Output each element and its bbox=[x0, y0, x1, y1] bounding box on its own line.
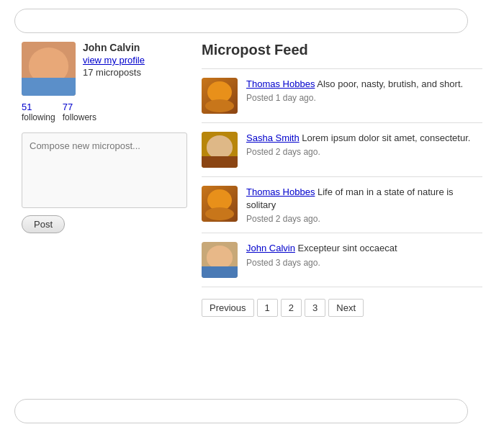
feed-author-2[interactable]: Sasha Smith bbox=[246, 132, 300, 143]
next-page-button[interactable]: Next bbox=[328, 299, 364, 317]
micropost-count: 17 microposts bbox=[83, 67, 145, 78]
feed-content-2: Sasha Smith Lorem ipsum dolor sit amet, … bbox=[246, 132, 482, 157]
feed-avatar-john bbox=[202, 242, 238, 278]
top-nav-pill[interactable] bbox=[14, 9, 468, 33]
user-name: John Calvin bbox=[83, 42, 145, 53]
feed-author-4[interactable]: John Calvin bbox=[246, 243, 295, 253]
feed-item: John Calvin Excepteur sint occaecat Post… bbox=[202, 233, 482, 287]
feed-time-1: Posted 1 day ago. bbox=[246, 93, 482, 103]
user-info: John Calvin view my profile 17 micropost… bbox=[22, 42, 187, 96]
feed-text-2: Sasha Smith Lorem ipsum dolor sit amet, … bbox=[246, 132, 482, 145]
feed-message-2: Lorem ipsum dolor sit amet, consectetur. bbox=[300, 132, 471, 143]
feed-item: Thomas Hobbes Also poor, nasty, brutish,… bbox=[202, 69, 482, 123]
user-details: John Calvin view my profile 17 micropost… bbox=[83, 42, 145, 78]
feed-title: Micropost Feed bbox=[202, 42, 482, 58]
post-button[interactable]: Post bbox=[22, 215, 65, 233]
feed-text-4: John Calvin Excepteur sint occaecat bbox=[246, 242, 482, 255]
feed-time-4: Posted 3 days ago. bbox=[246, 258, 482, 268]
page-2-button[interactable]: 2 bbox=[281, 299, 302, 317]
follow-stats: 51 following 77 followers bbox=[22, 102, 187, 122]
main-content: John Calvin view my profile 17 micropost… bbox=[0, 42, 504, 317]
feed-author-3[interactable]: Thomas Hobbes bbox=[246, 186, 315, 197]
followers-label: followers bbox=[63, 112, 96, 122]
following-stat: 51 following bbox=[22, 102, 55, 122]
feed-avatar-thomas-1 bbox=[202, 78, 238, 114]
previous-page-button[interactable]: Previous bbox=[202, 299, 254, 317]
pagination: Previous 1 2 3 Next bbox=[202, 299, 482, 317]
following-count[interactable]: 51 bbox=[22, 102, 32, 112]
feed-message-1: Also poor, nasty, brutish, and short. bbox=[315, 78, 463, 89]
bottom-nav-bar bbox=[0, 390, 504, 432]
bottom-nav-pill[interactable] bbox=[14, 399, 468, 423]
feed-text-1: Thomas Hobbes Also poor, nasty, brutish,… bbox=[246, 78, 482, 91]
page-1-button[interactable]: 1 bbox=[257, 299, 278, 317]
feed-item: Sasha Smith Lorem ipsum dolor sit amet, … bbox=[202, 123, 482, 177]
followers-count[interactable]: 77 bbox=[63, 102, 73, 112]
feed-avatar-thomas-2 bbox=[202, 186, 238, 222]
feed-content-4: John Calvin Excepteur sint occaecat Post… bbox=[246, 242, 482, 267]
feed-message-4: Excepteur sint occaecat bbox=[295, 243, 397, 253]
feed-author-1[interactable]: Thomas Hobbes bbox=[246, 78, 315, 89]
feed-list: Thomas Hobbes Also poor, nasty, brutish,… bbox=[202, 68, 482, 287]
feed-item: Thomas Hobbes Life of man in a state of … bbox=[202, 177, 482, 233]
feed-text-3: Thomas Hobbes Life of man in a state of … bbox=[246, 186, 482, 212]
sidebar: John Calvin view my profile 17 micropost… bbox=[22, 42, 187, 317]
compose-box bbox=[22, 132, 187, 208]
feed-section: Micropost Feed Thomas Hobbes Also poor, … bbox=[202, 42, 482, 317]
compose-textarea[interactable] bbox=[30, 140, 179, 198]
following-label: following bbox=[22, 112, 55, 122]
feed-content-1: Thomas Hobbes Also poor, nasty, brutish,… bbox=[246, 78, 482, 103]
feed-time-2: Posted 2 days ago. bbox=[246, 147, 482, 157]
followers-stat: 77 followers bbox=[63, 102, 96, 122]
user-avatar bbox=[22, 42, 76, 96]
top-nav-bar bbox=[0, 0, 504, 42]
feed-content-3: Thomas Hobbes Life of man in a state of … bbox=[246, 186, 482, 224]
feed-avatar-sasha bbox=[202, 132, 238, 168]
page-3-button[interactable]: 3 bbox=[305, 299, 325, 317]
view-profile-link[interactable]: view my profile bbox=[83, 55, 145, 66]
feed-time-3: Posted 2 days ago. bbox=[246, 214, 482, 224]
